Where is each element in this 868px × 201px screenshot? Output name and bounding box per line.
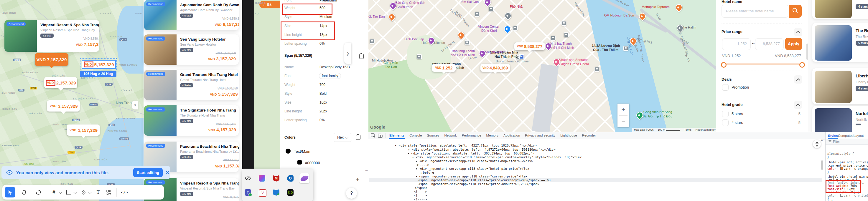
devtools-tab[interactable]: Elements: [389, 132, 405, 139]
map-pin[interactable]: [623, 46, 628, 51]
css-rule-line[interactable]: color: var(--c-orange);: [827, 167, 868, 170]
dom-tree-line[interactable]: ▸ <div _ngcontent-serverapp-c118 class="…: [369, 159, 822, 163]
elements-tree-pane[interactable]: ▸ <div style="position: absolute; left: …: [368, 139, 822, 201]
devtools-tab[interactable]: Privacy and security: [524, 132, 556, 139]
dom-tree-line[interactable]: <!---->: [369, 190, 822, 193]
device-toolbar-icon[interactable]: [378, 134, 382, 138]
teams-icon[interactable]: T: [245, 189, 251, 196]
copy-icon[interactable]: [359, 54, 364, 59]
five-stars-checkbox[interactable]: [722, 111, 728, 117]
map-pin[interactable]: [513, 26, 518, 31]
defender-icon[interactable]: [273, 189, 279, 196]
devtools-tab[interactable]: Sources: [426, 132, 440, 139]
collapse-grade-button[interactable]: [794, 101, 802, 109]
inspect-row-value[interactable]: 20px: [319, 109, 327, 113]
inspect-row-value[interactable]: Medium: [319, 15, 332, 19]
dom-tree-line[interactable]: <!---->: [369, 194, 822, 197]
devtools-tab[interactable]: Lighthouse: [560, 132, 578, 139]
map-pin[interactable]: [417, 54, 422, 59]
hidden-icon[interactable]: [245, 175, 251, 181]
styles-filter-bar[interactable]: Filter: [826, 139, 868, 145]
move-tool[interactable]: [5, 187, 15, 198]
price-min-input[interactable]: 1,252: [722, 38, 751, 50]
design-map-hotel-card[interactable]: Recommend Vinpearl Resort & Spa Nha Tran…: [4, 20, 99, 52]
map-pin[interactable]: [489, 6, 494, 11]
map-pin[interactable]: [561, 21, 566, 26]
map-price-pin[interactable]: VND 1,252: [432, 64, 456, 72]
inspect-row-value[interactable]: 0%: [319, 41, 324, 45]
styles-tab[interactable]: Layout: [854, 134, 864, 137]
map-pin[interactable]: [503, 11, 513, 21]
frame-tool[interactable]: #: [49, 187, 59, 198]
devtools-tab[interactable]: Network: [444, 132, 458, 139]
close-icon[interactable]: [165, 170, 169, 174]
color-hex-value[interactable]: #000000: [305, 161, 320, 165]
dom-tree-line[interactable]: ▾ <div _ngcontent-serverapp-c118 class="…: [369, 167, 822, 170]
zoom-out-button[interactable]: −: [618, 115, 629, 127]
dom-tree-line[interactable]: ▸ <div style="position: absolute; left: …: [369, 144, 822, 147]
mcafee-icon[interactable]: M: [273, 175, 279, 181]
v-app-icon[interactable]: V: [259, 189, 267, 197]
map-pin[interactable]: [370, 39, 375, 44]
dom-tree-line[interactable]: <!---->: [369, 163, 822, 167]
dom-tree-line[interactable]: ▾ <div style="position: absolute; left: …: [369, 152, 822, 155]
devtools-scrollbar[interactable]: [821, 160, 823, 170]
dom-tree-line[interactable]: <span _ngcontent-serverapp-c118 class="p…: [369, 182, 822, 186]
list-collapse-button[interactable]: <: [132, 101, 138, 109]
map-price-pin[interactable]: VND 3,157,329: [47, 100, 80, 111]
dom-tree-line[interactable]: ▾ <div _ngcontent-serverapp-c118 class="…: [369, 156, 822, 159]
collapse-price-button[interactable]: [794, 28, 802, 36]
slider-handle-max[interactable]: [799, 62, 805, 68]
inspect-element-icon[interactable]: [371, 133, 375, 138]
result-hotel-card[interactable]: 4 stars: [812, 0, 868, 19]
inspect-row-value[interactable]: 700: [319, 83, 326, 87]
css-rule-line[interactable]: }: [827, 197, 868, 200]
help-button[interactable]: ?: [346, 188, 357, 199]
hotel-list-card[interactable]: Recommend Aquamarine Cam Ranh By Swan...…: [144, 0, 239, 30]
devtools-tab[interactable]: Recorder: [582, 132, 596, 139]
map-pin[interactable]: [474, 12, 479, 17]
dom-tree-line[interactable]: </span>: [369, 186, 822, 190]
inspect-row-value[interactable]: 16px: [319, 100, 327, 104]
rectangle-tool-chevron[interactable]: [73, 191, 76, 194]
inspect-row-value[interactable]: Bold: [319, 92, 327, 96]
dom-tree-line[interactable]: <span _ngcontent-serverapp-c118 class="p…: [369, 178, 822, 182]
map-pin[interactable]: [483, 0, 493, 7]
nvidia-icon[interactable]: [287, 189, 293, 196]
rectangle-tool[interactable]: [63, 187, 74, 198]
inspect-row-value[interactable]: Pretendard: [319, 0, 337, 2]
hotel-list-card[interactable]: Recommend Sen Vang Luxury Hotelor Sen Va…: [144, 34, 239, 65]
dom-tree-line[interactable]: ::before: [369, 171, 822, 174]
map-pin[interactable]: [594, 67, 599, 72]
css-rule-line[interactable]: }: [827, 156, 868, 159]
map-pin[interactable]: [564, 32, 569, 37]
dom-tree-line[interactable]: ▾ <span _ngcontent-serverapp-c118 class=…: [369, 174, 822, 178]
map-pin[interactable]: [387, 12, 397, 22]
pen-tool-chevron[interactable]: [88, 191, 91, 194]
color-style-name[interactable]: Text/Main: [294, 149, 310, 154]
inspect-row-value[interactable]: Desktop/Body 16/B...: [319, 65, 353, 69]
text-tool[interactable]: T: [93, 187, 103, 198]
price-max-input[interactable]: 8,538,277: [755, 38, 784, 50]
terms-link[interactable]: Terms: [684, 128, 691, 131]
outlook-icon[interactable]: O: [287, 175, 293, 181]
devtools-tab[interactable]: Memory: [486, 132, 499, 139]
map-price-pin[interactable]: VND 2,157,329: [44, 77, 77, 88]
hex-format-select[interactable]: Hex: [333, 133, 352, 142]
scroll-up-arrow[interactable]: ▲: [820, 138, 823, 141]
map-pin[interactable]: [465, 40, 470, 45]
add-export-button[interactable]: +: [356, 176, 360, 183]
actions-tool[interactable]: [103, 187, 114, 198]
dom-tree-line[interactable]: <!---->: [369, 198, 822, 201]
map-price-pin-active[interactable]: VND 7,157,329: [35, 53, 68, 66]
map-price-pin[interactable]: VND 1,157,329: [67, 125, 100, 136]
four-stars-checkbox[interactable]: [722, 120, 728, 126]
result-hotel-card[interactable]: The Rev The Reve 5 stars: [812, 23, 868, 62]
css-rule-line[interactable]: element.style {: [827, 152, 868, 156]
map-price-pin[interactable]: VND 8,538,277: [514, 42, 545, 50]
map-price-pin[interactable]: VND 4,849,169: [480, 64, 510, 72]
devtools-tab[interactable]: Application: [503, 132, 521, 139]
map-price-pin-selected[interactable]: VND 5,157,329: [82, 60, 116, 69]
hotel-name-input[interactable]: Please enter the hotel name: [721, 5, 788, 18]
google-map[interactable]: Bảo tàng Chứng tíchChiến tranhòi, Tao Đà…: [368, 0, 716, 132]
